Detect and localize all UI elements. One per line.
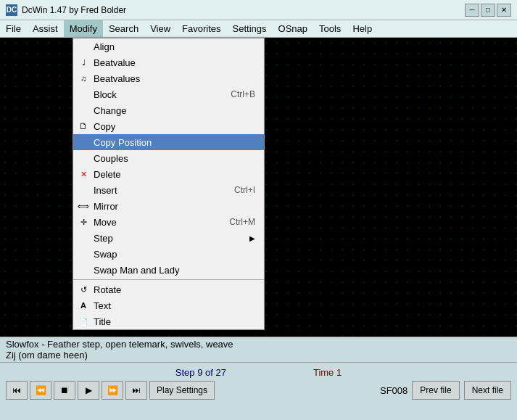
menu-item-title[interactable]: 📄 Title (73, 313, 264, 329)
beatvalues-label: Beatvalues (94, 73, 140, 84)
change-label: Change (94, 105, 127, 116)
title-icon: 📄 (78, 316, 89, 327)
play-settings-button[interactable]: Play Settings (149, 381, 215, 400)
maximize-button[interactable]: □ (481, 4, 495, 17)
menu-item-copy[interactable]: 🗋 Copy (73, 118, 264, 134)
transport-right: SF008 Prev file Next file (380, 381, 511, 400)
mirror-icon: ⟺ (78, 200, 89, 212)
menu-item-mirror[interactable]: ⟺ Mirror (73, 198, 264, 214)
transport-row: ⏮ ⏪ ⏹ ▶ ⏩ ⏭ Play Settings SF008 Prev fil… (0, 381, 517, 400)
sf-label: SF008 (380, 385, 408, 396)
rewind-button[interactable]: ⏪ (30, 381, 51, 400)
menu-tools[interactable]: Tools (313, 20, 347, 37)
window-controls[interactable]: ─ □ ✕ (465, 4, 511, 17)
status-bar: Slowfox - Feather step, open telemark, s… (0, 337, 517, 362)
time-info: Time 1 (313, 367, 342, 378)
skip-forward-button[interactable]: ⏭ (125, 381, 147, 400)
menu-item-step[interactable]: Step ▶ (73, 230, 264, 246)
status-line1: Slowfox - Feather step, open telemark, s… (6, 339, 511, 350)
menu-bar: File Assist Modify Search View Favorites… (0, 20, 517, 38)
menu-search[interactable]: Search (103, 20, 144, 37)
mirror-label: Mirror (94, 201, 118, 212)
close-button[interactable]: ✕ (497, 4, 511, 17)
text-icon: A (78, 300, 89, 311)
menu-settings[interactable]: Settings (227, 20, 273, 37)
block-label: Block (94, 89, 117, 100)
copy-position-label: Copy Position (94, 137, 152, 148)
step-info: Step 9 of 27 (175, 367, 226, 378)
menu-help[interactable]: Help (347, 20, 378, 37)
couples-label: Couples (94, 153, 128, 164)
menu-item-swap[interactable]: Swap (73, 246, 264, 262)
menu-item-insert[interactable]: Insert Ctrl+I (73, 182, 264, 198)
modify-dropdown-menu: Align ♩ Beatvalue ♫ Beatvalues Block Ctr… (73, 38, 265, 330)
title-label: Title (94, 316, 111, 327)
move-icon: ✛ (78, 216, 89, 228)
menu-item-beatvalues[interactable]: ♫ Beatvalues (73, 70, 264, 86)
insert-label: Insert (94, 185, 117, 196)
rotate-icon: ↺ (78, 284, 89, 295)
rotate-label: Rotate (94, 284, 121, 295)
swap-man-lady-label: Swap Man and Lady (94, 265, 180, 276)
menu-item-change[interactable]: Change (73, 102, 264, 118)
menu-item-delete[interactable]: ✕ Delete (73, 166, 264, 182)
menu-item-rotate[interactable]: ↺ Rotate (73, 281, 264, 297)
move-label: Move (94, 217, 117, 228)
beatvalue-label: Beatvalue (94, 57, 136, 68)
bottom-controls: Step 9 of 27 Time 1 ⏮ ⏪ ⏹ ▶ ⏩ ⏭ Play Set… (0, 362, 517, 420)
beatvalue-icon: ♩ (78, 57, 89, 68)
menu-item-beatvalue[interactable]: ♩ Beatvalue (73, 54, 264, 70)
menu-item-copy-position[interactable]: Copy Position (73, 134, 264, 150)
menu-item-block[interactable]: Block Ctrl+B (73, 86, 264, 102)
swap-label: Swap (94, 249, 117, 260)
menu-favorites[interactable]: Favorites (176, 20, 226, 37)
next-file-button[interactable]: Next file (464, 381, 511, 400)
transport-buttons: ⏮ ⏪ ⏹ ▶ ⏩ ⏭ Play Settings (6, 381, 215, 400)
copy-icon: 🗋 (78, 120, 89, 132)
move-shortcut: Ctrl+M (229, 217, 255, 227)
menu-item-swap-man-lady[interactable]: Swap Man and Lady (73, 262, 264, 278)
prev-file-button[interactable]: Prev file (412, 381, 459, 400)
beatvalues-icon: ♫ (78, 73, 89, 84)
stop-button[interactable]: ⏹ (54, 381, 75, 400)
copy-label: Copy (94, 121, 115, 132)
menu-assist[interactable]: Assist (27, 20, 64, 37)
step-time-row: Step 9 of 27 Time 1 (0, 363, 517, 381)
status-line2: Zij (om dame heen) (6, 350, 511, 361)
app-title: DcWin 1.47 by Fred Bolder (22, 5, 126, 15)
menu-item-text[interactable]: A Text (73, 297, 264, 313)
menu-item-move[interactable]: ✛ Move Ctrl+M (73, 214, 264, 230)
play-button[interactable]: ▶ (78, 381, 99, 400)
align-label: Align (94, 41, 115, 52)
minimize-button[interactable]: ─ (465, 4, 479, 17)
fast-forward-button[interactable]: ⏩ (102, 381, 123, 400)
text-label: Text (94, 300, 111, 311)
title-bar-left: DC DcWin 1.47 by Fred Bolder (6, 4, 126, 16)
delete-icon: ✕ (78, 168, 89, 180)
skip-back-button[interactable]: ⏮ (6, 381, 28, 400)
menu-item-couples[interactable]: Couples (73, 150, 264, 166)
delete-label: Delete (94, 169, 121, 180)
menu-modify[interactable]: Modify (64, 20, 103, 37)
main-canvas: Align ♩ Beatvalue ♫ Beatvalues Block Ctr… (0, 38, 517, 350)
menu-view[interactable]: View (144, 20, 176, 37)
title-bar: DC DcWin 1.47 by Fred Bolder ─ □ ✕ (0, 0, 517, 20)
menu-item-align[interactable]: Align (73, 38, 264, 54)
menu-osnap[interactable]: OSnap (273, 20, 313, 37)
menu-separator (73, 279, 264, 280)
block-shortcut: Ctrl+B (231, 89, 255, 99)
step-submenu-arrow: ▶ (249, 234, 255, 242)
insert-shortcut: Ctrl+I (234, 185, 255, 195)
step-label: Step (94, 233, 113, 244)
menu-file[interactable]: File (0, 20, 27, 37)
app-icon: DC (6, 4, 17, 16)
